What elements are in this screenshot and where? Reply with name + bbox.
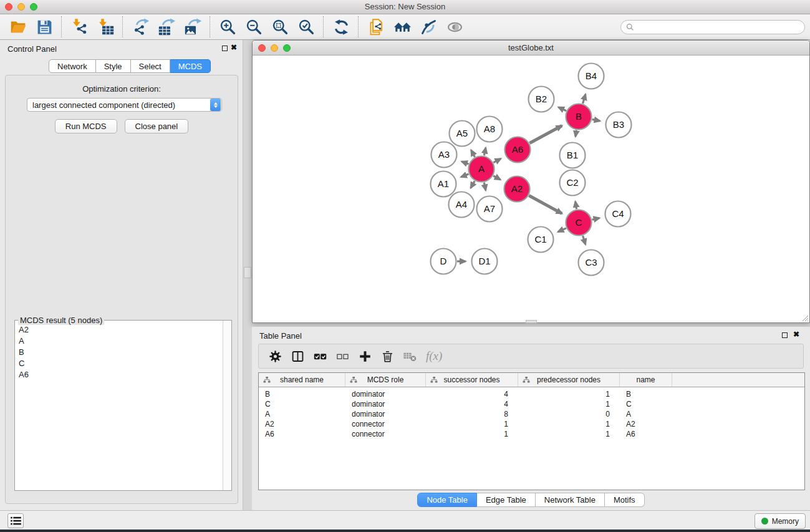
node-A6[interactable]: A6 xyxy=(505,137,531,163)
table-row[interactable]: Cdominator41C xyxy=(259,399,804,409)
edge-A-A2[interactable] xyxy=(493,176,500,180)
column-header-mcds-role[interactable]: MCDS role xyxy=(345,373,426,387)
tab-edge-table[interactable]: Edge Table xyxy=(477,493,536,507)
node-C1[interactable]: C1 xyxy=(528,227,554,253)
import-table-icon[interactable] xyxy=(92,16,118,38)
node-A2[interactable]: A2 xyxy=(504,177,530,202)
edge-C-C2[interactable] xyxy=(576,201,577,209)
edge-C-C3[interactable] xyxy=(583,236,586,244)
edge-A-A8[interactable] xyxy=(484,148,486,156)
mcds-result-item[interactable]: A2 xyxy=(15,324,223,335)
add-column-icon[interactable] xyxy=(354,346,376,367)
tab-motifs[interactable]: Motifs xyxy=(605,493,645,507)
mcds-result-item[interactable]: A xyxy=(15,335,223,346)
zoom-fit-icon[interactable] xyxy=(267,16,293,38)
welcome-screen-icon[interactable] xyxy=(389,16,415,38)
refresh-layout-icon[interactable] xyxy=(328,16,354,38)
table-row[interactable]: Bdominator41B xyxy=(259,389,804,399)
criterion-select[interactable]: largest connected component (directed) xyxy=(27,98,222,112)
tab-mcds[interactable]: MCDS xyxy=(170,59,211,73)
close-panel-icon[interactable]: ✖ xyxy=(231,43,237,52)
tab-network[interactable]: Network xyxy=(49,59,96,73)
edge-C-C4[interactable] xyxy=(592,218,600,220)
select-all-icon[interactable] xyxy=(309,346,331,367)
run-mcds-button[interactable]: Run MCDS xyxy=(55,119,117,133)
import-network-icon[interactable] xyxy=(66,16,92,38)
edge-B-B1[interactable] xyxy=(576,130,577,137)
column-header-successor-nodes[interactable]: successor nodes xyxy=(426,373,518,387)
mcds-scrollbar[interactable] xyxy=(223,321,231,490)
node-C2[interactable]: C2 xyxy=(560,170,586,196)
node-A8[interactable]: A8 xyxy=(477,117,503,142)
node-A1[interactable]: A1 xyxy=(431,172,456,197)
node-B1[interactable]: B1 xyxy=(560,143,586,168)
column-header-name[interactable]: name xyxy=(620,373,672,387)
close-table-panel-icon[interactable]: ✖ xyxy=(793,330,799,339)
node-A3[interactable]: A3 xyxy=(432,142,457,168)
settings-icon[interactable] xyxy=(264,346,286,367)
edge-A-A7[interactable] xyxy=(484,183,486,191)
node-B2[interactable]: B2 xyxy=(529,87,554,112)
table-row[interactable]: Adominator80A xyxy=(259,409,804,419)
edge-B-B2[interactable] xyxy=(559,107,567,111)
toggle-birdseye-icon[interactable] xyxy=(441,16,468,38)
deselect-all-icon[interactable] xyxy=(331,346,354,367)
search-input[interactable] xyxy=(637,22,799,32)
table-row[interactable]: A6connector11A6 xyxy=(259,429,804,439)
export-image-icon[interactable] xyxy=(180,16,206,38)
toggle-details-icon[interactable] xyxy=(415,16,441,38)
edge-A-A6[interactable] xyxy=(493,158,501,162)
node-D1[interactable]: D1 xyxy=(472,249,498,274)
task-history-button[interactable] xyxy=(7,513,24,528)
memory-button[interactable]: Memory xyxy=(755,513,806,529)
edge-A-A4[interactable] xyxy=(471,181,475,188)
node-A7[interactable]: A7 xyxy=(477,196,503,222)
node-A[interactable]: A xyxy=(469,157,494,182)
column-header-shared-name[interactable]: shared name xyxy=(259,373,345,387)
mcds-result-item[interactable]: B xyxy=(15,346,223,357)
vertical-split-handle[interactable] xyxy=(244,267,251,278)
close-panel-button[interactable]: Close panel xyxy=(125,119,189,133)
zoom-selected-icon[interactable] xyxy=(293,16,319,38)
tab-select[interactable]: Select xyxy=(131,59,170,73)
export-network-icon[interactable] xyxy=(127,16,153,38)
node-C4[interactable]: C4 xyxy=(605,201,631,227)
float-table-panel-icon[interactable] xyxy=(782,332,788,338)
node-C3[interactable]: C3 xyxy=(579,250,604,276)
node-B[interactable]: B xyxy=(566,104,592,130)
node-A5[interactable]: A5 xyxy=(450,121,475,147)
node-A4[interactable]: A4 xyxy=(449,192,475,218)
network-canvas[interactable]: AA1A2A3A4A5A6A7A8BB1B2B3B4CC1C2C3C4DD1 xyxy=(253,56,809,322)
network-window-titlebar[interactable]: testGlobe.txt xyxy=(253,41,809,56)
table-row[interactable]: A2connector11A2 xyxy=(259,419,804,429)
edge-A-A5[interactable] xyxy=(471,150,475,157)
save-session-icon[interactable] xyxy=(31,16,57,38)
edge-C-C1[interactable] xyxy=(558,228,566,232)
edge-A-A3[interactable] xyxy=(462,162,469,164)
delete-column-icon[interactable] xyxy=(376,346,398,367)
zoom-out-icon[interactable] xyxy=(241,16,267,38)
edge-A6-B[interactable] xyxy=(529,126,562,143)
edge-B-B4[interactable] xyxy=(583,94,586,104)
edge-A-A1[interactable] xyxy=(461,174,468,177)
duplicate-view-icon[interactable] xyxy=(363,16,389,38)
open-session-icon[interactable] xyxy=(5,16,31,38)
edge-A2-C[interactable] xyxy=(529,196,562,214)
split-view-icon[interactable] xyxy=(286,346,309,367)
node-B3[interactable]: B3 xyxy=(606,112,632,138)
search-box[interactable] xyxy=(620,20,805,34)
column-header-predecessor-nodes[interactable]: predecessor nodes xyxy=(518,373,620,387)
zoom-in-icon[interactable] xyxy=(215,16,241,38)
node-D[interactable]: D xyxy=(431,249,456,274)
tab-network-table[interactable]: Network Table xyxy=(536,493,605,507)
node-B4[interactable]: B4 xyxy=(579,64,604,89)
float-panel-icon[interactable] xyxy=(222,46,228,51)
export-table-icon[interactable] xyxy=(153,16,180,38)
horizontal-split-handle[interactable] xyxy=(526,320,537,323)
mcds-result-item[interactable]: C xyxy=(15,357,223,369)
tab-style[interactable]: Style xyxy=(96,59,131,73)
tab-node-table[interactable]: Node Table xyxy=(417,493,477,507)
node-C[interactable]: C xyxy=(566,210,592,236)
resize-grip-icon[interactable] xyxy=(801,314,809,322)
mcds-result-item[interactable]: A6 xyxy=(15,369,223,380)
